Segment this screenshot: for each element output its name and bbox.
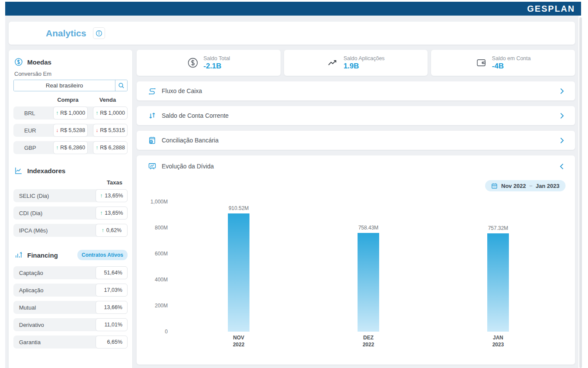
date-range-start: Nov 2022 (501, 183, 526, 189)
value-text: R$ 6,2888 (100, 145, 125, 151)
compra-column-header: Compra (48, 97, 88, 103)
stat-card-saldo-total: Saldo Total -2.1B (137, 50, 281, 76)
x-axis-label: NOV2022 (233, 334, 245, 348)
y-tick-label: 1,000M (150, 199, 168, 205)
trend-arrow-icon: ↓ (56, 127, 58, 133)
date-range-filter[interactable]: Nov 2022 – Jan 2023 (485, 180, 566, 191)
conversion-label: Conversão Em (14, 71, 128, 77)
vertical-scrollbar[interactable] (579, 17, 582, 368)
accordion-fluxo-de-caixa[interactable]: Fluxo de Caixa (137, 81, 575, 100)
currency-column-headers: Compra Venda (13, 97, 128, 103)
calendar-icon (491, 183, 498, 189)
trend-arrow-icon: ↓ (96, 127, 98, 133)
derivativo-value: 11,01% (96, 318, 128, 331)
debt-panel-header[interactable]: Evolução da Dívida (137, 155, 575, 171)
cdi-rate-value: ↑ 13,65% (96, 207, 128, 220)
financing-section-header: Financing (14, 251, 58, 259)
currency-row-eur: EUR ↓ R$ 5,5288 ↓ R$ 5,5315 (13, 124, 128, 137)
eur-compra-value: ↓ R$ 5,5288 (53, 124, 88, 137)
x-axis-label: JAN2023 (492, 334, 504, 348)
indexadores-title: Indexadores (27, 167, 65, 174)
sidebar: Moedas Conversão Em Compra Venda (9, 50, 132, 368)
info-button[interactable] (93, 27, 105, 39)
debt-panel-title: Evolução da Dívida (162, 163, 553, 170)
trend-arrow-icon: ↑ (100, 193, 102, 199)
main-content: Saldo Total -2.1B Saldo Aplicações 1. (137, 50, 575, 365)
moedas-title: Moedas (27, 58, 51, 66)
app-window: GESPLAN Analytics Moedas (5, 2, 581, 368)
financing-row-aplicacao: Aplicação 17,03% (13, 284, 128, 297)
currency-code: BRL (13, 110, 35, 116)
debt-bar-chart: 0200M400M600M800M1,000M 910.52MNOV202275… (147, 197, 565, 346)
stat-value: -4B (492, 62, 531, 71)
currency-search-button[interactable] (115, 80, 127, 91)
chart-plot-area: 910.52MNOV2022758.43MDEZ2022757.32MJAN20… (174, 202, 563, 332)
bar-value-label: 758.43M (358, 225, 379, 231)
conversion-input[interactable] (14, 80, 115, 91)
search-icon (118, 82, 125, 89)
wallet-icon (476, 57, 487, 68)
swap-vertical-icon (148, 111, 157, 120)
brl-venda-value: ↑ R$ 1,0000 (93, 107, 128, 119)
financing-label: Garantia (13, 339, 41, 345)
ipca-rate-value: ↑ 0,62% (96, 224, 128, 237)
currency-code: EUR (13, 127, 36, 134)
brl-compra-value: ↑ R$ 1,0000 (53, 107, 88, 119)
chevron-right-icon[interactable] (558, 137, 566, 144)
y-tick-label: 0 (165, 329, 168, 335)
bar-NOV 2022 (228, 213, 249, 332)
value-text: R$ 5,5315 (100, 127, 125, 133)
chevron-right-icon[interactable] (558, 112, 566, 119)
index-row-selic: SELIC (Dia) ↑ 13,65% (13, 189, 128, 202)
financing-label: Derivativo (13, 322, 44, 328)
value-text: R$ 5,5288 (60, 127, 85, 133)
accordion-conciliacao-bancaria[interactable]: Conciliação Bancária (137, 131, 575, 150)
taxas-column-header: Taxas (13, 179, 122, 186)
index-row-ipca: IPCA (Mês) ↑ 0,62% (13, 224, 128, 237)
value-text: R$ 1,0000 (60, 110, 85, 116)
y-tick-label: 400M (155, 277, 168, 283)
garantia-value: 6,65% (96, 336, 128, 349)
accordion-saldo-conta-corrente[interactable]: Saldo de Conta Corrente (137, 106, 575, 125)
accordion-label: Saldo de Conta Corrente (162, 112, 553, 119)
value-text: R$ 6,2860 (60, 145, 85, 151)
trend-arrow-icon: ↑ (56, 110, 58, 116)
index-label: CDI (Dia) (13, 210, 42, 216)
index-row-cdi: CDI (Dia) ↑ 13,65% (13, 207, 128, 220)
debt-evolution-panel: Evolução da Dívida Nov 2022 (137, 155, 575, 365)
mutual-value: 13,66% (96, 301, 128, 314)
y-tick-label: 200M (155, 303, 168, 309)
page-background: Analytics Moedas Conversão Em (5, 16, 578, 368)
stat-card-saldo-em-conta: Saldo em Conta -4B (431, 50, 575, 76)
chevron-left-icon[interactable] (558, 163, 566, 170)
financing-label: Captação (13, 270, 43, 276)
currency-code: GBP (13, 145, 36, 151)
x-axis-label: DEZ2022 (363, 334, 374, 348)
stat-value: -2.1B (204, 62, 230, 71)
financing-row-captacao: Captação 51,64% (13, 266, 128, 279)
contratos-ativos-badge[interactable]: Contratos Ativos (77, 250, 128, 260)
eur-venda-value: ↓ R$ 5,5315 (93, 124, 128, 137)
y-tick-label: 600M (155, 251, 168, 257)
gbp-venda-value: ↑ R$ 6,2888 (93, 141, 128, 154)
trend-arrow-icon: ↑ (100, 210, 102, 216)
currency-row-brl: BRL ↑ R$ 1,0000 ↑ R$ 1,0000 (13, 107, 128, 119)
accordion-label: Conciliação Bancária (162, 137, 553, 144)
gbp-compra-value: ↑ R$ 6,2860 (53, 141, 88, 154)
bar-DEZ 2022 (358, 233, 379, 332)
stat-card-saldo-aplicacoes: Saldo Aplicações 1.9B (284, 50, 428, 76)
trend-arrow-icon: ↑ (96, 145, 98, 151)
stat-label: Saldo em Conta (492, 55, 531, 61)
page-header-card: Analytics (9, 22, 575, 45)
stat-label: Saldo Total (204, 55, 230, 61)
stat-value: 1.9B (343, 62, 384, 71)
cash-flow-icon (148, 87, 157, 95)
trend-arrow-icon: ↑ (102, 227, 104, 233)
chevron-right-icon[interactable] (558, 87, 566, 95)
financing-row-derivativo: Derivativo 11,01% (13, 318, 128, 331)
trend-arrow-icon: ↑ (56, 145, 58, 151)
moedas-section-header: Moedas (14, 58, 128, 66)
dollar-circle-icon (14, 58, 23, 66)
top-navigation-bar: GESPLAN (5, 2, 581, 16)
chart-y-axis: 0200M400M600M800M1,000M (147, 202, 168, 332)
